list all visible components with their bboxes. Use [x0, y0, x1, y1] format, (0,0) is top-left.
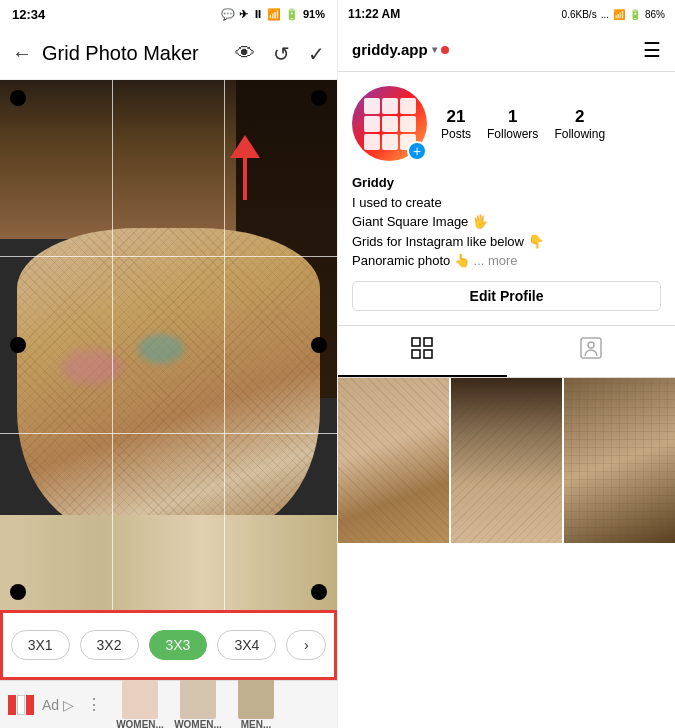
grid-selector: 3X1 3X2 3X3 3X4 › [0, 610, 337, 680]
handle-bottom-left[interactable] [10, 584, 26, 600]
basket-weave [17, 228, 320, 530]
ig-posts-label: Posts [441, 127, 471, 141]
ig-online-dot [441, 46, 449, 54]
ig-tab-grid[interactable] [338, 326, 507, 377]
right-panel: 11:22 AM 0.6KB/s ... 📶 🔋 86% griddy.app … [337, 0, 675, 728]
handle-top-right[interactable] [311, 90, 327, 106]
ad-thumb-3 [238, 679, 274, 719]
ig-posts-count: 21 [447, 107, 466, 127]
ig-speed: 0.6KB/s [562, 9, 597, 20]
ig-more-link[interactable]: ... more [474, 253, 518, 268]
back-button[interactable]: ← [12, 42, 32, 65]
svg-rect-3 [424, 338, 432, 346]
ig-bio: Griddy I used to create Giant Square Ima… [352, 173, 661, 271]
ig-grid-icon [410, 336, 434, 365]
ig-following-label: Following [554, 127, 605, 141]
grid-selector-container: 3X1 3X2 3X3 3X4 › [0, 610, 337, 680]
ig-person-icon [579, 336, 603, 365]
ig-stat-followers[interactable]: 1 Followers [487, 107, 538, 141]
back-icon: ← [12, 42, 32, 65]
ig-photo-cell-3[interactable] [564, 378, 675, 543]
status-time-left: 12:34 [12, 7, 45, 22]
avatar-cell-3 [400, 98, 416, 114]
avatar-cell-1 [364, 98, 380, 114]
whatsapp-icon: 💬 [221, 8, 235, 21]
basket-accent-teal [138, 334, 183, 364]
ig-header: griddy.app ▾ ☰ [338, 28, 675, 72]
ig-tabs [338, 325, 675, 378]
ad-bar: Ad ▷ ⋮ WOMEN... WOMEN... MEN... [0, 680, 337, 728]
grid-btn-3x2[interactable]: 3X2 [80, 630, 139, 660]
avatar-cell-2 [382, 98, 398, 114]
ig-photo-cell-2[interactable] [451, 378, 562, 543]
avatar-cell-5 [382, 116, 398, 132]
ig-edit-profile-button[interactable]: Edit Profile [352, 281, 661, 311]
svg-rect-4 [412, 350, 420, 358]
svg-rect-5 [424, 350, 432, 358]
top-bar-icons: 👁 ↺ ✓ [235, 42, 325, 66]
ig-photo-row-1 [338, 378, 675, 543]
ig-status-bar: 11:22 AM 0.6KB/s ... 📶 🔋 86% [338, 0, 675, 28]
grid-btn-more[interactable]: › [286, 630, 326, 660]
check-icon: ✓ [308, 42, 325, 66]
ad-item-2[interactable]: WOMEN... [172, 679, 224, 728]
ad-thumb-1 [122, 679, 158, 719]
eye-button[interactable]: 👁 [235, 42, 255, 65]
ad-dots: ⋮ [86, 695, 102, 714]
grid-btn-3x1[interactable]: 3X1 [11, 630, 70, 660]
pause-icon: ⏸ [252, 8, 263, 20]
ig-tab-tagged[interactable] [507, 326, 676, 377]
refresh-button[interactable]: ↺ [273, 42, 290, 66]
ig-stat-posts[interactable]: 21 Posts [441, 107, 471, 141]
ig-bio-line1: I used to create [352, 193, 661, 213]
ig-profile-section: + 21 Posts 1 Followers 2 Following Gridd… [338, 72, 675, 321]
ig-dots: ... [601, 9, 609, 20]
battery-text: 91% [303, 8, 325, 20]
ig-status-time: 11:22 AM [348, 7, 400, 21]
ad-item-3[interactable]: MEN... [230, 679, 282, 728]
basket-shelf [0, 515, 337, 610]
ig-stats: 21 Posts 1 Followers 2 Following [441, 107, 605, 141]
logo-block-red [8, 695, 16, 715]
ig-avatar-add-button[interactable]: + [407, 141, 427, 161]
refresh-icon: ↺ [273, 42, 290, 66]
ig-followers-label: Followers [487, 127, 538, 141]
ig-battery-icon: 🔋 [629, 9, 641, 20]
top-bar: ← Grid Photo Maker 👁 ↺ ✓ [0, 28, 337, 80]
ig-menu-button[interactable]: ☰ [643, 38, 661, 62]
left-panel: 12:34 💬 ✈ ⏸ 📶 🔋 91% ← Grid Photo Maker 👁… [0, 0, 337, 728]
handle-bottom-right[interactable] [311, 584, 327, 600]
signal-icon: 📶 [267, 8, 281, 21]
ad-group: WOMEN... WOMEN... MEN... [114, 679, 282, 728]
ig-photo-grid [338, 378, 675, 729]
ig-stat-following[interactable]: 2 Following [554, 107, 605, 141]
uniqlo-logo [8, 695, 34, 715]
grid-btn-3x3[interactable]: 3X3 [149, 630, 208, 660]
basket-photo [0, 80, 337, 610]
check-button[interactable]: ✓ [308, 42, 325, 66]
ig-battery-text: 86% [645, 9, 665, 20]
ig-status-right: 0.6KB/s ... 📶 🔋 86% [562, 9, 665, 20]
ad-thumb-2 [180, 679, 216, 719]
ig-profile-top: + 21 Posts 1 Followers 2 Following [352, 86, 661, 161]
svg-rect-2 [412, 338, 420, 346]
battery-icon: 🔋 [285, 8, 299, 21]
basket-body [17, 228, 320, 530]
handle-mid-left[interactable] [10, 337, 26, 353]
ig-followers-count: 1 [508, 107, 517, 127]
ig-bio-name: Griddy [352, 173, 661, 193]
telegram-icon: ✈ [239, 8, 248, 21]
ig-handle[interactable]: griddy.app ▾ [352, 41, 449, 58]
ad-label-2: WOMEN... [172, 719, 224, 728]
handle-mid-right[interactable] [311, 337, 327, 353]
ig-bio-line2: Giant Square Image 🖐 [352, 212, 661, 232]
ig-chevron-icon: ▾ [432, 44, 437, 55]
grid-btn-3x4[interactable]: 3X4 [217, 630, 276, 660]
ad-icon: Ad ▷ [42, 697, 74, 713]
page-title: Grid Photo Maker [42, 42, 225, 65]
ig-photo-cell-1[interactable] [338, 378, 449, 543]
ig-following-count: 2 [575, 107, 584, 127]
ig-handle-text: griddy.app [352, 41, 428, 58]
ad-item-1[interactable]: WOMEN... [114, 679, 166, 728]
handle-top-left[interactable] [10, 90, 26, 106]
